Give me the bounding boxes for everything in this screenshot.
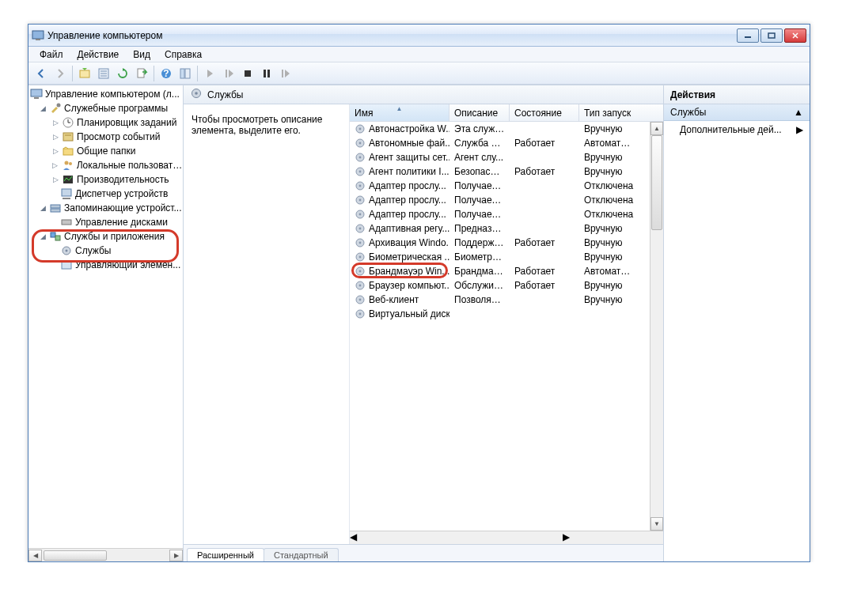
col-startup[interactable]: Тип запуск [579,104,639,121]
svg-rect-38 [51,232,55,237]
tree-utilities[interactable]: ◢ Служебные программы [28,101,183,115]
minimize-button[interactable] [737,28,759,43]
service-row[interactable]: Агент политики I...Безопасно...РаботаетВ… [350,164,663,179]
service-startup: Вручную [579,280,639,291]
tree-shared[interactable]: ▷ Общие папки [28,144,183,158]
stop-service-button[interactable] [238,65,257,82]
perf-icon [62,173,74,186]
expand-icon[interactable]: ▷ [51,175,60,184]
scroll-down-icon[interactable]: ▼ [650,517,663,531]
service-name-cell: Автономные фай... [350,138,449,149]
service-name-cell: Автонастройка W... [350,123,449,134]
service-startup: Отключена [579,180,639,191]
wmi-icon [60,259,73,271]
service-row[interactable]: Адаптер прослу...Получает ...Отключена [350,179,663,193]
list-vscroll[interactable]: ▲ ▼ [650,122,663,531]
view-tabs: Расширенный Стандартный [184,544,663,561]
tree-disks[interactable]: Управление дисками [28,215,183,229]
scroll-track[interactable] [357,531,563,544]
scroll-right-icon[interactable]: ▶ [563,531,570,544]
forward-button[interactable] [51,65,70,82]
collapse-icon[interactable]: ◢ [38,203,47,213]
pause-start-button[interactable] [219,65,238,82]
service-desc: Предназна... [449,223,510,234]
actions-header: Действия [664,85,810,104]
scroll-right-icon[interactable]: ▶ [169,550,183,561]
tree-scheduler[interactable]: ▷ Планировщик заданий [28,115,183,130]
expand-icon[interactable]: ▷ [51,146,60,156]
col-desc[interactable]: Описание [449,104,510,121]
scroll-track[interactable] [42,550,169,561]
actions-group[interactable]: Службы ▲ [664,104,810,121]
back-button[interactable] [32,65,51,82]
tree-services[interactable]: Службы [28,244,183,258]
pause-service-button[interactable] [257,65,276,82]
scroll-left-icon[interactable]: ◀ [28,550,42,561]
svg-point-54 [359,185,362,187]
service-row[interactable]: Адаптер прослу...Получает ...Отключена [350,207,663,221]
action-more[interactable]: Дополнительные дей... ▶ [664,121,810,138]
svg-rect-22 [34,97,39,99]
scroll-left-icon[interactable]: ◀ [350,531,357,544]
service-row[interactable]: Адаптивная регу...Предназна...Вручную [350,221,663,236]
svg-rect-36 [51,209,60,212]
service-row[interactable]: Автономные фай...Служба ав...РаботаетАвт… [350,136,663,150]
tree-devices[interactable]: Диспетчер устройств [28,187,183,201]
tree-hscroll[interactable]: ◀ ▶ [28,548,183,561]
tree-root[interactable]: Управление компьютером (л... [28,87,183,101]
service-row[interactable]: Биометрическая ...Биометри...Вручную [350,250,663,264]
col-name[interactable]: ▲Имя [350,104,449,121]
restart-service-button[interactable] [276,65,295,82]
service-name: Адаптер прослу... [369,180,446,191]
services-pane: Службы Чтобы просмотреть описание элемен… [184,85,664,561]
service-startup: Вручную [579,223,639,234]
scroll-track[interactable] [650,135,663,517]
close-button[interactable] [784,28,806,43]
service-row[interactable]: Брандмауэр Win...Брандмау...РаботаетАвто… [350,264,663,278]
menu-view[interactable]: Вид [127,47,157,62]
app-icon [32,29,44,42]
tab-extended[interactable]: Расширенный [187,548,264,561]
service-row[interactable]: Автонастройка W...Эта служб...Вручную [350,122,663,136]
tree-users[interactable]: ▷ Локальные пользовате... [28,158,183,172]
menu-help[interactable]: Справка [158,47,208,62]
collapse-icon[interactable]: ◢ [38,104,47,113]
service-startup: Отключена [579,209,639,220]
tree-utilities-label: Служебные программы [64,103,168,114]
tree-events[interactable]: ▷ Просмотр событий [28,130,183,144]
service-row[interactable]: Архивация Windo...Поддержк...РаботаетВру… [350,236,663,250]
service-row[interactable]: Адаптер прослу...Получает ...Отключена [350,193,663,207]
tree-services-apps[interactable]: ◢ Службы и приложения [28,229,183,244]
svg-rect-19 [267,70,270,77]
collapse-icon[interactable]: ◢ [38,232,47,241]
scroll-thumb[interactable] [44,550,107,561]
menu-file[interactable]: Файл [33,47,70,62]
refresh-button[interactable] [113,65,132,82]
tree-storage[interactable]: ◢ Запоминающие устройст... [28,201,183,215]
menu-action[interactable]: Действие [71,47,126,62]
maximize-button[interactable] [760,28,783,43]
export-button[interactable] [132,65,151,82]
help-button[interactable]: ? [157,65,176,82]
tree-wmi[interactable]: Управляющий элемен... [28,258,183,272]
start-service-button[interactable] [200,65,219,82]
title-bar[interactable]: Управление компьютером [28,25,810,47]
expand-icon[interactable]: ▷ [51,161,60,170]
list-body[interactable]: Автонастройка W...Эта служб...ВручнуюАвт… [350,122,663,531]
properties-button[interactable] [94,65,113,82]
service-row[interactable]: Браузер компьют...Обслужив...РаботаетВру… [350,278,663,293]
scroll-up-icon[interactable]: ▲ [650,122,663,135]
show-hide-button[interactable] [176,65,195,82]
service-row[interactable]: Веб-клиентПозволяет...Вручную [350,293,663,307]
tab-standard[interactable]: Стандартный [264,548,339,561]
service-row[interactable]: Агент защиты сет...Агент слу...Вручную [350,150,663,164]
tree[interactable]: Управление компьютером (л... ◢ Служебные… [28,85,183,548]
scroll-thumb[interactable] [651,135,662,230]
tree-perf[interactable]: ▷ Производительность [28,172,183,187]
expand-icon[interactable]: ▷ [51,132,60,142]
service-row[interactable]: Виртуальный диск [350,307,663,321]
expand-icon[interactable]: ▷ [51,118,60,127]
col-state[interactable]: Состояние [510,104,579,121]
list-hscroll[interactable]: ◀ ▶ [350,531,663,544]
up-button[interactable] [75,65,94,82]
